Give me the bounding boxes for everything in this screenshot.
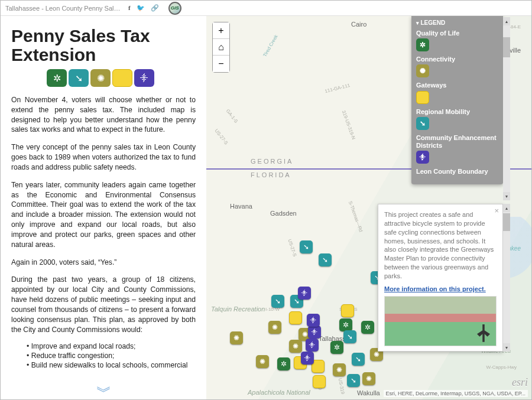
regional-mobility-icon: ➘ [69, 69, 89, 87]
label-georgia: GEORGIA [251, 158, 293, 165]
map-marker[interactable]: ⸎ [308, 326, 321, 339]
list-item: Build new sidewalks to local schools, co… [27, 361, 196, 369]
map-marker[interactable]: ✺ [268, 321, 281, 334]
close-icon[interactable]: × [494, 206, 499, 215]
map-marker[interactable]: ➘ [352, 353, 365, 366]
community-enhancement-icon: ⸎ [134, 69, 154, 87]
legend-scrollbar[interactable]: ▴ ▾ [503, 17, 510, 200]
map-attribution: Esri, HERE, DeLorme, Intermap, USGS, NGA… [384, 390, 528, 397]
gateways-icon [112, 69, 132, 87]
bullet-list: Improve and expand local roads; Reduce t… [11, 342, 196, 369]
map-marker[interactable]: ➘ [300, 240, 313, 253]
map-marker[interactable] [341, 304, 354, 317]
paragraph: Again in 2000, voters said, “Yes.” [11, 258, 196, 268]
road-label: W-Capps-Hwy [486, 365, 517, 370]
map-marker[interactable]: ✺ [230, 331, 243, 344]
legend-item[interactable]: Gateways [416, 82, 498, 103]
map-marker[interactable]: ➘ [319, 253, 332, 266]
label-florida: FLORIDA [251, 171, 291, 178]
legend-item[interactable]: Connectivity✺ [416, 56, 498, 77]
scroll-up-icon[interactable]: ▴ [503, 17, 510, 25]
scroll-thumb[interactable] [503, 213, 510, 231]
map-marker[interactable]: ⸎ [307, 314, 320, 327]
paragraph: During the past two years, a group of 18… [11, 275, 196, 334]
map-controls: + ⌂ − [212, 22, 230, 73]
list-item: Reduce traffic congestion; [27, 352, 196, 360]
scroll-down-icon[interactable]: ︾ [96, 388, 111, 396]
label-wakulla: Wakulla [357, 389, 380, 396]
app-title: Tallahassee - Leon County Penny Sales... [5, 5, 124, 12]
link-icon[interactable]: 🔗 [151, 4, 159, 12]
popup-text: This project creates a safe and attracti… [384, 210, 497, 281]
twitter-icon[interactable]: 🐦 [137, 4, 145, 12]
map-marker[interactable]: ➘ [347, 374, 360, 387]
scroll-down-icon[interactable]: ▾ [503, 192, 510, 200]
gis-logo[interactable]: GIS [168, 2, 181, 15]
map-marker[interactable]: ✺ [362, 372, 375, 385]
quality-of-life-icon: ✲ [47, 69, 67, 87]
legend-item[interactable]: Quality of Life✲ [416, 30, 498, 51]
connectivity-icon: ✺ [90, 69, 111, 87]
map-marker[interactable]: ⸎ [306, 339, 319, 352]
app-header: Tallahassee - Leon County Penny Sales...… [1, 1, 531, 16]
map-marker[interactable]: ✲ [361, 321, 374, 334]
legend-title[interactable]: LEGEND [416, 19, 498, 26]
paragraph: On November 4, voters will choose whethe… [11, 95, 196, 135]
category-icons: ✲ ➘ ✺ ⸎ [47, 69, 196, 87]
info-popup: × This project creates a safe and attrac… [378, 204, 503, 352]
map-marker[interactable] [289, 311, 302, 324]
label-apalachicola: Apalachicola National [248, 389, 310, 396]
story-panel: Penny Sales Tax Extension ✲ ➘ ✺ ⸎ On Nov… [1, 16, 206, 399]
paragraph: The very concept of the penny sales tax … [11, 142, 196, 172]
label-talquin: Talquin Recreation [211, 305, 265, 313]
map-marker[interactable]: ➘ [343, 330, 356, 343]
legend-item[interactable]: Leon County Boundary [416, 168, 498, 175]
list-item: Improve and expand local roads; [27, 342, 196, 350]
map-marker[interactable]: ✲ [330, 341, 343, 354]
paragraph: Ten years later, community leaders again… [11, 180, 196, 250]
label-gadsden: Gadsden [270, 210, 297, 217]
home-button[interactable]: ⌂ [213, 39, 229, 56]
label-havana: Havana [230, 203, 252, 210]
label-cairo: Cairo [351, 21, 366, 28]
map-marker[interactable]: ⸎ [301, 352, 314, 365]
map-marker[interactable]: ➘ [271, 295, 284, 308]
social-share: f 🐦 🔗 [128, 4, 159, 12]
page-title: Penny Sales Tax Extension [11, 27, 196, 64]
legend-item[interactable]: Regional Mobility➘ [416, 108, 498, 130]
facebook-icon[interactable]: f [128, 4, 131, 12]
zoom-in-button[interactable]: + [213, 22, 229, 39]
map-marker[interactable]: ✺ [256, 355, 269, 368]
map-marker[interactable]: ✲ [277, 357, 290, 370]
popup-more-link[interactable]: More information on this project. [384, 285, 486, 292]
legend-panel[interactable]: LEGEND Quality of Life✲ Connectivity✺ Ga… [411, 16, 503, 184]
scroll-thumb[interactable] [503, 37, 510, 57]
legend-item[interactable]: Community Enhancement Districts⸎ [416, 134, 498, 164]
popup-scrollbar[interactable]: ▴ ▾ [503, 204, 510, 352]
map-marker[interactable]: ✺ [289, 340, 302, 353]
zoom-out-button[interactable]: − [213, 56, 229, 72]
map-marker[interactable]: ⸎ [298, 287, 311, 300]
popup-image [384, 296, 497, 346]
esri-logo: esri [512, 376, 528, 389]
map-marker[interactable]: ✲ [339, 318, 352, 331]
map-marker[interactable] [313, 375, 326, 388]
scroll-down-icon[interactable]: ▾ [503, 343, 510, 352]
map-canvas[interactable]: GEORGIA FLORIDA Cairo Thomasville Havana… [206, 16, 531, 399]
map-marker[interactable]: ✺ [333, 363, 346, 376]
scroll-up-icon[interactable]: ▴ [503, 204, 510, 212]
